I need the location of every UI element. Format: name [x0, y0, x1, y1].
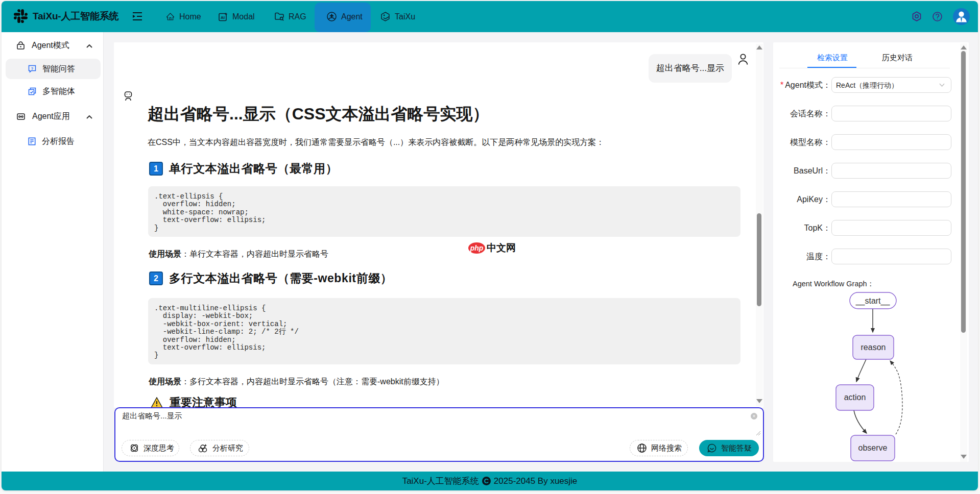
svg-text:?: ? [31, 66, 34, 71]
svg-text:action: action [844, 393, 866, 402]
svg-text:observe: observe [858, 443, 888, 452]
svg-text:AI: AI [221, 15, 225, 20]
svg-text:__start__: __start__ [855, 297, 891, 306]
svg-text:reason: reason [861, 343, 886, 352]
